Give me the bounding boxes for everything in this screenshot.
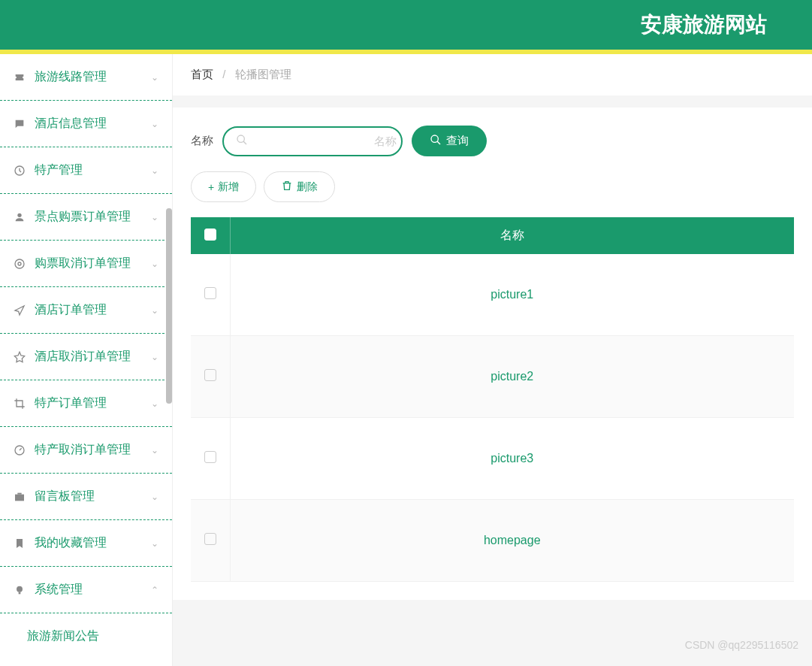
table-row: picture3: [191, 418, 794, 500]
sidebar-item-label: 留言板管理: [35, 489, 95, 504]
query-button[interactable]: 查询: [412, 126, 487, 156]
sidebar-item-ticket-orders[interactable]: 景点购票订单管理 ⌄: [0, 194, 172, 241]
chevron-down-icon: ⌄: [151, 72, 158, 83]
svg-point-6: [17, 586, 23, 592]
svg-point-2: [15, 259, 24, 268]
sidebar-item-hotel-orders[interactable]: 酒店订单管理 ⌄: [0, 287, 172, 334]
user-icon: [12, 210, 27, 225]
chevron-down-icon: ⌄: [151, 212, 158, 223]
query-button-label: 查询: [446, 134, 469, 148]
table-header-name: 名称: [230, 217, 794, 254]
briefcase-icon: [12, 489, 27, 504]
breadcrumb-home[interactable]: 首页: [191, 68, 213, 80]
main-content: 首页 / 轮播图管理 名称 查询 + 新增: [173, 54, 812, 666]
sidebar-item-messages[interactable]: 留言板管理 ⌄: [0, 474, 172, 520]
chevron-down-icon: ⌄: [151, 492, 158, 502]
sidebar-item-label: 系统管理: [35, 582, 83, 598]
row-checkbox[interactable]: [204, 287, 216, 299]
watermark: CSDN @qq2295116502: [685, 639, 798, 651]
search-label: 名称: [191, 134, 213, 148]
svg-rect-5: [15, 494, 24, 501]
delete-button-label: 删除: [297, 180, 318, 194]
action-row: + 新增 删除: [191, 171, 794, 202]
target-icon: [12, 256, 27, 271]
search-row: 名称 查询: [191, 126, 794, 156]
crop-icon: [12, 396, 27, 411]
row-checkbox[interactable]: [204, 451, 216, 463]
sidebar-item-system[interactable]: 系统管理 ⌃: [0, 567, 172, 613]
clock-icon: [12, 163, 27, 178]
sidebar-item-label: 特产取消订单管理: [35, 442, 131, 458]
chevron-down-icon: ⌄: [151, 538, 158, 549]
main-container: 旅游线路管理 ⌄ 酒店信息管理 ⌄ 特产管理 ⌄ 景点购票订单管理 ⌄ 购票取消…: [0, 54, 812, 666]
table-cell-name: picture1: [230, 254, 794, 336]
content-panel: 名称 查询 + 新增 删除: [173, 107, 812, 600]
sidebar-item-hotel-info[interactable]: 酒店信息管理 ⌄: [0, 101, 172, 147]
chevron-down-icon: ⌄: [151, 259, 158, 269]
sidebar-item-label: 酒店信息管理: [35, 116, 107, 132]
chevron-down-icon: ⌄: [151, 165, 158, 176]
table-row: picture1: [191, 254, 794, 336]
bookmark-icon: [12, 536, 27, 551]
site-title: 安康旅游网站: [641, 11, 767, 39]
chevron-down-icon: ⌄: [151, 445, 158, 456]
svg-rect-7: [19, 592, 21, 594]
ticket-icon: [12, 70, 27, 85]
add-button-label: 新增: [218, 180, 239, 194]
breadcrumb-current: 轮播图管理: [235, 68, 291, 80]
plus-icon: +: [208, 181, 214, 193]
sidebar-item-label: 特产管理: [35, 162, 83, 178]
table-row: homepage: [191, 500, 794, 582]
breadcrumb-separator: /: [222, 68, 225, 80]
sidebar-item-routes[interactable]: 旅游线路管理 ⌄: [0, 54, 172, 101]
svg-point-8: [237, 135, 244, 142]
search-input[interactable]: [254, 135, 397, 147]
search-input-wrapper[interactable]: [222, 126, 403, 156]
gauge-icon: [12, 443, 27, 458]
chevron-down-icon: ⌄: [151, 398, 158, 409]
add-button[interactable]: + 新增: [191, 171, 256, 202]
svg-point-3: [18, 262, 21, 265]
nav-icon: [12, 350, 27, 365]
table-header-checkbox: [191, 217, 230, 254]
sidebar-item-specialty-cancel[interactable]: 特产取消订单管理 ⌄: [0, 427, 172, 474]
svg-point-9: [431, 135, 438, 142]
sidebar-subitem-news[interactable]: 旅游新闻公告: [0, 613, 172, 659]
sidebar-item-ticket-cancel[interactable]: 购票取消订单管理 ⌄: [0, 241, 172, 287]
table-row: picture2: [191, 336, 794, 418]
sidebar-item-label: 酒店取消订单管理: [35, 349, 131, 365]
delete-button[interactable]: 删除: [264, 171, 335, 202]
scrollbar[interactable]: [166, 208, 172, 404]
breadcrumb: 首页 / 轮播图管理: [173, 54, 812, 95]
sidebar-item-specialty[interactable]: 特产管理 ⌄: [0, 147, 172, 194]
sidebar-item-label: 特产订单管理: [35, 395, 107, 411]
table-cell-name: picture3: [230, 418, 794, 500]
search-icon: [236, 134, 248, 149]
chevron-down-icon: ⌄: [151, 352, 158, 362]
row-checkbox[interactable]: [204, 533, 216, 545]
sidebar: 旅游线路管理 ⌄ 酒店信息管理 ⌄ 特产管理 ⌄ 景点购票订单管理 ⌄ 购票取消…: [0, 54, 173, 666]
chevron-down-icon: ⌄: [151, 305, 158, 316]
bulb-icon: [12, 583, 27, 598]
chevron-up-icon: ⌃: [151, 585, 158, 595]
sidebar-item-specialty-orders[interactable]: 特产订单管理 ⌄: [0, 380, 172, 427]
search-icon: [430, 134, 442, 148]
trash-icon: [281, 180, 293, 194]
sidebar-item-favorites[interactable]: 我的收藏管理 ⌄: [0, 520, 172, 567]
svg-point-1: [17, 213, 21, 216]
send-icon: [12, 303, 27, 318]
comment-icon: [12, 117, 27, 132]
sidebar-item-label: 酒店订单管理: [35, 302, 107, 318]
sidebar-item-label: 旅游线路管理: [35, 69, 107, 85]
header: 安康旅游网站: [0, 0, 812, 54]
row-checkbox[interactable]: [204, 369, 216, 381]
chevron-down-icon: ⌄: [151, 119, 158, 129]
sidebar-item-label: 我的收藏管理: [35, 535, 107, 551]
sidebar-item-label: 旅游新闻公告: [27, 628, 99, 644]
table-cell-name: homepage: [230, 500, 794, 582]
sidebar-item-hotel-cancel[interactable]: 酒店取消订单管理 ⌄: [0, 334, 172, 380]
table-cell-name: picture2: [230, 336, 794, 418]
data-table: 名称 picture1 picture2 picture3: [191, 217, 794, 582]
select-all-checkbox[interactable]: [204, 229, 216, 241]
sidebar-item-label: 购票取消订单管理: [35, 256, 131, 271]
